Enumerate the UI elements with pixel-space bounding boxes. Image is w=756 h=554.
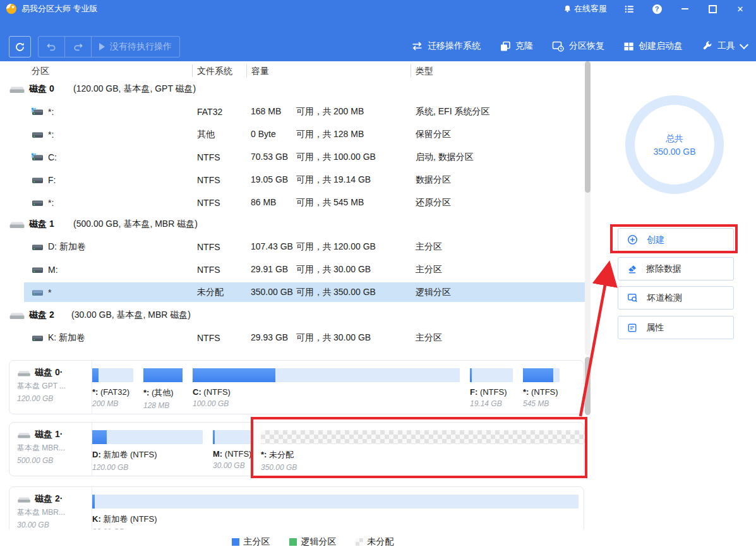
table-row-disk2[interactable]: 磁盘 2 (30.00 GB, 基本盘, MBR 磁盘) — [0, 304, 585, 326]
partition-recovery-label: 分区恢复 — [569, 40, 604, 52]
partition-recovery-icon — [552, 40, 565, 52]
partition-capacity: 168 MB可用，共200 MB — [251, 106, 364, 117]
partition-capacity: 350.00 GB可用，共350.00 GB — [251, 287, 376, 298]
table-row-disk0[interactable]: 磁盘 0 (120.00 GB, 基本盘, GPT 磁盘) — [0, 78, 585, 100]
disk-icon — [17, 495, 31, 503]
partition-fs: NTFS — [197, 152, 220, 162]
surface-test-button[interactable]: 坏道检测 — [618, 286, 734, 310]
partition-fs: NTFS — [197, 175, 220, 185]
partition-name: * — [48, 287, 51, 298]
partition-type: 主分区 — [416, 241, 442, 253]
partition-name: *: — [48, 129, 54, 140]
partition-icon — [32, 334, 44, 342]
create-button[interactable]: 创建 — [618, 228, 734, 251]
table-row-k[interactable]: K: 新加卷 NTFS 29.93 GB可用，共30.00 GB 主分区 — [0, 327, 585, 349]
partition-name: C: — [48, 152, 57, 162]
migrate-os-button[interactable]: 迁移操作系统 — [411, 40, 481, 52]
disk-map-bus: 基本盘 GPT ... — [17, 381, 92, 392]
disk-detail: (500.00 GB, 基本盘, MBR 磁盘) — [73, 219, 198, 230]
disk0-map-panel[interactable]: 磁盘 0· 基本盘 GPT ... 120.00 GB *: (FAT32) 2… — [9, 360, 584, 414]
disk-map-size: 500.00 GB — [17, 456, 92, 465]
surface-test-label: 坏道检测 — [647, 292, 682, 304]
app-window: 易我分区大师 专业版 在线客服 ? ✕ — [0, 0, 756, 554]
partition-block-reserved[interactable]: *: (其他) 128 MB — [143, 368, 183, 410]
disk-map-name: 磁盘 0· — [35, 367, 63, 378]
legend-unallocated: 未分配 — [356, 536, 394, 548]
wipe-data-button[interactable]: 擦除数据 — [618, 257, 734, 280]
disk-map-name: 磁盘 2· — [35, 493, 63, 505]
play-icon — [99, 43, 105, 51]
partition-block-m[interactable]: M: (NTFS) 30.00 GB — [213, 430, 251, 472]
partition-type: 还原分区 — [416, 197, 451, 208]
primary-partition-swatch — [232, 538, 239, 546]
disk1-info: 磁盘 1· 基本盘 MBR... 500.00 GB — [9, 423, 92, 476]
partition-block-f[interactable]: F: (NTFS) 19.14 GB — [470, 368, 513, 410]
scrollbar-thumb[interactable] — [585, 61, 591, 193]
redo-icon — [73, 42, 83, 52]
online-support-button[interactable]: 在线客服 — [563, 3, 607, 15]
list-icon — [625, 5, 634, 13]
boot-disk-icon — [623, 41, 634, 52]
partition-block-recovery[interactable]: *: (NTFS) 545 MB — [523, 368, 560, 410]
partition-block-unallocated[interactable]: *: 未分配 350.00 GB — [261, 430, 586, 472]
help-icon: ? — [652, 4, 662, 14]
partition-fs: NTFS — [197, 265, 220, 275]
help-button[interactable]: ? — [651, 3, 663, 15]
partition-icon — [32, 199, 44, 207]
eraser-icon — [627, 264, 637, 274]
wrench-icon — [702, 40, 713, 52]
table-row-efi[interactable]: *: FAT32 168 MB可用，共200 MB 系统, EFI 系统分区 — [0, 101, 585, 123]
tools-button[interactable]: 工具 — [702, 40, 747, 52]
table-row-m[interactable]: M: NTFS 29.91 GB可用，共30.00 GB 主分区 — [0, 259, 585, 280]
column-header-filesystem: 文件系统 — [197, 66, 232, 77]
redo-button[interactable] — [65, 37, 91, 57]
partition-capacity: 19.05 GB可用，共19.14 GB — [251, 174, 371, 186]
table-row-reserved[interactable]: *: 其他 0 Byte可用，共128 MB 保留分区 — [0, 124, 585, 145]
disk-detail: (30.00 GB, 基本盘, MBR 磁盘) — [71, 310, 191, 321]
partition-capacity: 0 Byte可用，共128 MB — [251, 129, 364, 140]
properties-button[interactable]: 属性 — [618, 316, 734, 339]
partition-name: *: — [48, 107, 54, 117]
undo-button[interactable] — [39, 37, 64, 57]
create-boot-disk-label: 创建启动盘 — [639, 40, 683, 52]
disk-check-icon — [627, 292, 638, 303]
scrollbar-thumb-lower[interactable] — [585, 357, 591, 415]
refresh-button[interactable] — [9, 36, 31, 57]
table-row-d[interactable]: D: 新加卷 NTFS 107.43 GB可用，共120.00 GB 主分区 — [0, 236, 585, 258]
table-row-f[interactable]: F: NTFS 19.05 GB可用，共19.14 GB 数据分区 — [0, 169, 585, 191]
partition-type: 保留分区 — [416, 129, 451, 140]
partition-name: M: — [48, 265, 58, 275]
partition-block-d[interactable]: D: 新加卷 (NTFS) 120.00 GB — [92, 430, 203, 472]
create-label: 创建 — [647, 234, 664, 246]
maximize-button[interactable] — [707, 3, 718, 15]
partition-recovery-button[interactable]: 分区恢复 — [552, 40, 604, 52]
table-row-disk1[interactable]: 磁盘 1 (500.00 GB, 基本盘, MBR 磁盘) — [0, 214, 585, 235]
partition-capacity: 86 MB可用，共545 MB — [251, 197, 364, 208]
clone-button[interactable]: 克隆 — [500, 40, 533, 52]
minimize-icon — [681, 8, 688, 9]
disk1-map-panel[interactable]: 磁盘 1· 基本盘 MBR... 500.00 GB D: 新加卷 (NTFS)… — [9, 422, 584, 476]
table-row-unallocated-selected[interactable]: * 未分配 350.00 GB可用，共350.00 GB 逻辑分区 — [24, 282, 585, 302]
menu-list-button[interactable] — [623, 3, 635, 15]
disk-icon — [9, 220, 25, 229]
disk-name: 磁盘 1 — [29, 219, 54, 230]
partition-name: *: — [48, 198, 54, 208]
partition-name: K: 新加卷 — [48, 332, 85, 344]
partition-icon — [32, 243, 44, 251]
partition-bar — [92, 495, 579, 509]
table-row-recovery[interactable]: *: NTFS 86 MB可用，共545 MB 还原分区 — [0, 192, 585, 214]
partition-type: 主分区 — [416, 264, 442, 275]
partition-icon — [32, 266, 44, 274]
plus-circle-icon — [627, 234, 638, 245]
partition-block-efi[interactable]: *: (FAT32) 200 MB — [92, 368, 133, 410]
partition-name: D: 新加卷 — [48, 241, 86, 253]
partition-block-c[interactable]: C: (NTFS) 100.00 GB — [193, 368, 460, 410]
close-button[interactable]: ✕ — [735, 3, 746, 15]
create-boot-disk-button[interactable]: 创建启动盘 — [623, 40, 683, 52]
minimize-button[interactable] — [679, 3, 690, 15]
table-row-c[interactable]: C: NTFS 70.53 GB可用，共100.00 GB 启动, 数据分区 — [0, 147, 585, 168]
pending-operations-button[interactable]: 没有待执行操作 — [92, 37, 179, 57]
titlebar: 易我分区大师 专业版 在线客服 ? ✕ — [0, 0, 756, 18]
legend-primary: 主分区 — [232, 536, 270, 548]
unallocated-bar — [261, 430, 586, 444]
